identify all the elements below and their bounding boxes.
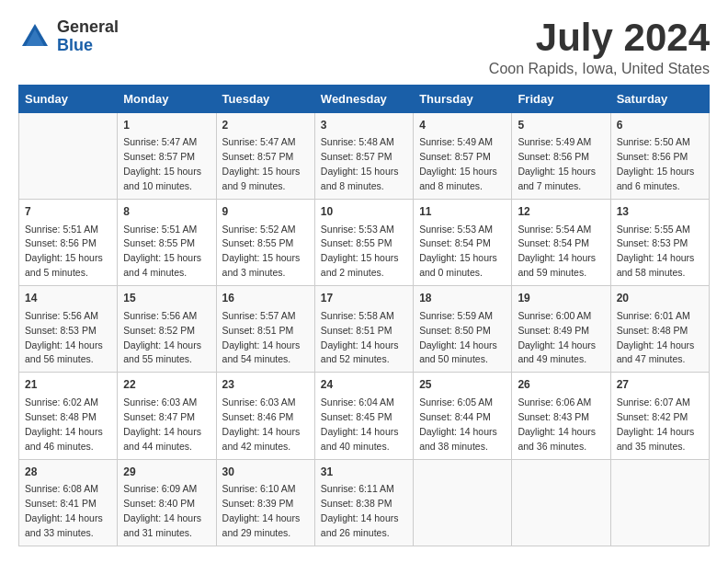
sunrise-info: Sunrise: 6:03 AM	[123, 396, 197, 408]
sunrise-info: Sunrise: 5:56 AM	[25, 310, 98, 321]
daylight-info: Daylight: 14 hours and 56 minutes.	[25, 339, 103, 365]
sunset-info: Sunset: 8:56 PM	[25, 237, 97, 248]
days-of-week-row: SundayMondayTuesdayWednesdayThursdayFrid…	[19, 86, 710, 113]
calendar-cell: 3 Sunrise: 5:48 AM Sunset: 8:57 PM Dayli…	[314, 113, 413, 200]
main-title: July 2024	[489, 18, 710, 57]
sunrise-info: Sunrise: 6:09 AM	[123, 483, 197, 494]
sunrise-info: Sunrise: 5:52 AM	[222, 224, 296, 235]
calendar-cell: 28 Sunrise: 6:08 AM Sunset: 8:41 PM Dayl…	[19, 459, 118, 546]
sunrise-info: Sunrise: 6:04 AM	[321, 396, 394, 408]
sunrise-info: Sunrise: 6:07 AM	[617, 396, 690, 408]
calendar-cell: 2 Sunrise: 5:47 AM Sunset: 8:57 PM Dayli…	[216, 113, 314, 200]
day-number: 16	[222, 291, 309, 306]
logo: General Blue	[18, 18, 119, 55]
daylight-info: Daylight: 14 hours and 26 minutes.	[321, 512, 399, 538]
day-number: 27	[617, 377, 703, 393]
sunset-info: Sunset: 8:57 PM	[222, 151, 294, 162]
day-number: 11	[419, 204, 506, 220]
daylight-info: Daylight: 14 hours and 44 minutes.	[123, 426, 201, 452]
day-number: 18	[419, 291, 506, 306]
day-number: 5	[518, 118, 604, 133]
day-number: 17	[321, 291, 407, 306]
sunrise-info: Sunrise: 6:05 AM	[419, 396, 493, 408]
calendar-cell: 7 Sunrise: 5:51 AM Sunset: 8:56 PM Dayli…	[19, 200, 118, 286]
day-number: 29	[123, 465, 210, 480]
day-of-week-header: Tuesday	[216, 86, 314, 113]
daylight-info: Daylight: 15 hours and 3 minutes.	[222, 252, 301, 278]
day-of-week-header: Friday	[512, 86, 610, 113]
day-number: 1	[123, 118, 210, 133]
sunrise-info: Sunrise: 5:51 AM	[123, 224, 197, 235]
sunrise-info: Sunrise: 5:53 AM	[321, 224, 394, 235]
daylight-info: Daylight: 15 hours and 10 minutes.	[123, 166, 201, 191]
daylight-info: Daylight: 14 hours and 35 minutes.	[617, 426, 695, 452]
day-number: 24	[321, 377, 407, 393]
sunset-info: Sunset: 8:38 PM	[321, 498, 392, 509]
calendar-week-row: 21 Sunrise: 6:02 AM Sunset: 8:48 PM Dayl…	[19, 373, 710, 459]
sunrise-info: Sunrise: 5:57 AM	[222, 310, 296, 321]
sunset-info: Sunset: 8:46 PM	[222, 411, 294, 422]
sunset-info: Sunset: 8:55 PM	[123, 237, 195, 248]
sunrise-info: Sunrise: 5:54 AM	[518, 224, 591, 235]
calendar-cell: 25 Sunrise: 6:05 AM Sunset: 8:44 PM Dayl…	[414, 373, 512, 459]
sunrise-info: Sunrise: 5:51 AM	[25, 224, 98, 235]
sunrise-info: Sunrise: 5:49 AM	[419, 136, 493, 147]
daylight-info: Daylight: 14 hours and 52 minutes.	[321, 339, 399, 365]
sunrise-info: Sunrise: 6:00 AM	[518, 310, 591, 321]
calendar-cell: 6 Sunrise: 5:50 AM Sunset: 8:56 PM Dayli…	[610, 113, 709, 200]
sunrise-info: Sunrise: 6:01 AM	[617, 310, 690, 321]
daylight-info: Daylight: 15 hours and 5 minutes.	[25, 252, 103, 278]
calendar-cell: 27 Sunrise: 6:07 AM Sunset: 8:42 PM Dayl…	[610, 373, 709, 459]
day-number: 10	[321, 204, 407, 220]
daylight-info: Daylight: 15 hours and 9 minutes.	[222, 166, 301, 191]
calendar-cell: 20 Sunrise: 6:01 AM Sunset: 8:48 PM Dayl…	[610, 286, 709, 373]
sunset-info: Sunset: 8:39 PM	[222, 498, 294, 509]
logo-icon	[18, 20, 51, 53]
calendar-cell: 23 Sunrise: 6:03 AM Sunset: 8:46 PM Dayl…	[216, 373, 314, 459]
daylight-info: Daylight: 14 hours and 29 minutes.	[222, 512, 301, 538]
calendar-cell: 13 Sunrise: 5:55 AM Sunset: 8:53 PM Dayl…	[610, 200, 709, 286]
logo-blue: Blue	[57, 37, 119, 55]
calendar-header: SundayMondayTuesdayWednesdayThursdayFrid…	[19, 86, 710, 113]
sunset-info: Sunset: 8:53 PM	[25, 325, 97, 336]
sunrise-info: Sunrise: 5:47 AM	[123, 136, 197, 147]
daylight-info: Daylight: 14 hours and 55 minutes.	[123, 339, 201, 365]
sunset-info: Sunset: 8:48 PM	[25, 411, 97, 422]
day-number: 25	[419, 377, 506, 393]
sunrise-info: Sunrise: 5:58 AM	[321, 310, 394, 321]
day-of-week-header: Sunday	[19, 86, 118, 113]
calendar-cell: 22 Sunrise: 6:03 AM Sunset: 8:47 PM Dayl…	[118, 373, 216, 459]
sunrise-info: Sunrise: 5:48 AM	[321, 136, 394, 147]
calendar-cell: 11 Sunrise: 5:53 AM Sunset: 8:54 PM Dayl…	[414, 200, 512, 286]
day-number: 31	[321, 465, 407, 480]
sunset-info: Sunset: 8:48 PM	[617, 325, 688, 336]
calendar-cell	[610, 459, 709, 546]
day-number: 20	[617, 291, 703, 306]
daylight-info: Daylight: 14 hours and 49 minutes.	[518, 339, 596, 365]
sunrise-info: Sunrise: 5:56 AM	[123, 310, 197, 321]
day-number: 9	[222, 204, 309, 220]
sunset-info: Sunset: 8:57 PM	[321, 151, 392, 162]
day-of-week-header: Monday	[118, 86, 216, 113]
daylight-info: Daylight: 14 hours and 38 minutes.	[419, 426, 497, 452]
daylight-info: Daylight: 14 hours and 36 minutes.	[518, 426, 596, 452]
sunset-info: Sunset: 8:57 PM	[419, 151, 491, 162]
daylight-info: Daylight: 14 hours and 40 minutes.	[321, 426, 399, 452]
sunrise-info: Sunrise: 5:49 AM	[518, 136, 591, 147]
sunset-info: Sunset: 8:54 PM	[419, 237, 491, 248]
logo-general: General	[57, 18, 119, 37]
daylight-info: Daylight: 14 hours and 47 minutes.	[617, 339, 695, 365]
sunset-info: Sunset: 8:41 PM	[25, 498, 97, 509]
daylight-info: Daylight: 14 hours and 59 minutes.	[518, 252, 596, 278]
day-number: 21	[25, 377, 111, 393]
calendar-cell: 9 Sunrise: 5:52 AM Sunset: 8:55 PM Dayli…	[216, 200, 314, 286]
calendar-cell	[414, 459, 512, 546]
calendar-week-row: 28 Sunrise: 6:08 AM Sunset: 8:41 PM Dayl…	[19, 459, 710, 546]
day-number: 28	[25, 465, 111, 480]
calendar-cell: 29 Sunrise: 6:09 AM Sunset: 8:40 PM Dayl…	[118, 459, 216, 546]
sunrise-info: Sunrise: 6:10 AM	[222, 483, 296, 494]
day-number: 14	[25, 291, 111, 306]
logo-text: General Blue	[57, 18, 119, 55]
calendar-cell: 21 Sunrise: 6:02 AM Sunset: 8:48 PM Dayl…	[19, 373, 118, 459]
day-number: 22	[123, 377, 210, 393]
